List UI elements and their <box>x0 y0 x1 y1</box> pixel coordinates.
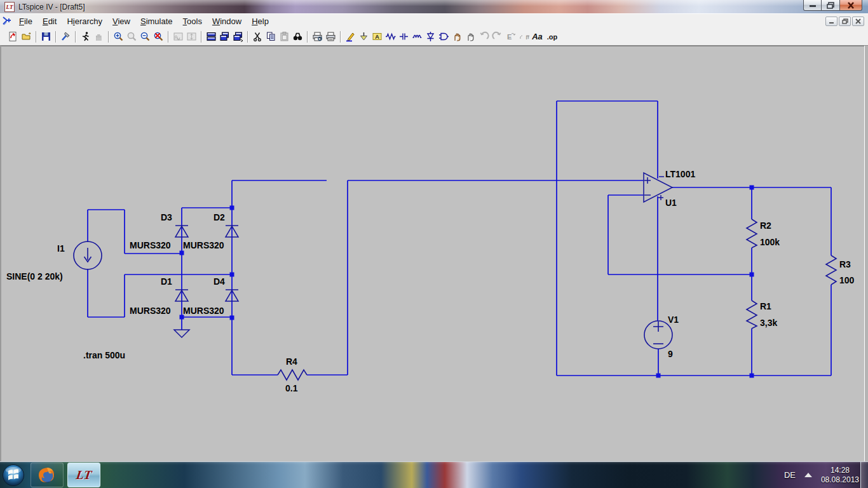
current-arrow-icon <box>85 248 92 262</box>
label-d4: D4 <box>214 276 225 287</box>
schematic-labels: I1 SINE(0 2 20k) D3 D2 MURS320 MURS320 D… <box>6 169 855 393</box>
label-d1-model: MURS320 <box>130 306 171 316</box>
toolbar-separator <box>75 31 76 43</box>
component-v1[interactable] <box>644 321 672 349</box>
net-label-button[interactable]: A <box>370 30 384 44</box>
place-ground-button[interactable] <box>357 30 370 44</box>
ltspice-icon: LT <box>75 468 92 482</box>
open-button[interactable] <box>20 30 33 44</box>
menu-help[interactable]: Help <box>247 15 274 28</box>
autorange-button[interactable] <box>185 30 198 44</box>
plus-terminal-icon <box>653 322 663 332</box>
component-r1[interactable] <box>747 301 757 329</box>
place-inductor-button[interactable] <box>410 30 424 44</box>
place-capacitor-button[interactable] <box>397 30 410 44</box>
zoom-back-button[interactable] <box>125 30 139 44</box>
svg-text:A: A <box>375 34 379 40</box>
window-border <box>864 46 868 462</box>
taskbar: LT DE 14:28 08.08.2013 <box>0 462 868 488</box>
label-d2: D2 <box>214 212 225 222</box>
component-r2[interactable] <box>747 219 757 248</box>
label-r4: R4 <box>286 356 297 367</box>
minimize-icon <box>809 3 817 8</box>
label-u1-model: LT1001 <box>665 169 695 179</box>
save-button[interactable] <box>39 30 53 44</box>
print-button[interactable] <box>324 30 337 44</box>
mdi-close-button[interactable] <box>852 17 864 26</box>
label-u1: U1 <box>665 198 677 208</box>
rotate-button[interactable]: E <box>517 30 531 44</box>
mdi-minimize-button[interactable] <box>825 17 837 26</box>
place-diode-button[interactable] <box>424 30 437 44</box>
halt-button[interactable] <box>92 30 105 44</box>
place-component-button[interactable] <box>437 30 451 44</box>
label-r2-value: 100k <box>760 237 780 247</box>
toolbar-separator <box>108 31 109 43</box>
place-resistor-button[interactable] <box>384 30 397 44</box>
show-hidden-icons-button[interactable] <box>804 473 812 477</box>
label-d4-model: MURS320 <box>183 306 224 316</box>
label-r3-value: 100 <box>839 275 855 285</box>
taskbar-firefox-button[interactable] <box>31 463 64 487</box>
taskbar-ltspice-button[interactable]: LT <box>67 463 100 487</box>
menu-file[interactable]: File <box>14 15 37 28</box>
toolbar-separator <box>55 31 57 43</box>
start-button[interactable] <box>0 463 27 487</box>
label-i1: I1 <box>57 243 65 254</box>
system-tray: DE 14:28 08.08.2013 <box>784 462 859 488</box>
copy-button[interactable] <box>264 30 278 44</box>
new-schematic-button[interactable] <box>6 30 20 44</box>
toolbar-separator <box>247 31 248 43</box>
mirror-button[interactable]: E <box>504 30 517 44</box>
waveform-pane-button[interactable] <box>172 30 185 44</box>
menu-simulate[interactable]: Simulate <box>135 15 178 28</box>
restore-button[interactable] <box>822 0 839 11</box>
cut-button[interactable] <box>251 30 264 44</box>
print-preview-button[interactable] <box>311 30 324 44</box>
spice-directive-button[interactable]: .op <box>544 30 560 44</box>
control-panel-button[interactable] <box>59 30 72 44</box>
show-desktop-button[interactable] <box>860 462 868 488</box>
opamp-vplus-pin-icon <box>658 195 663 200</box>
language-indicator[interactable]: DE <box>784 470 796 480</box>
run-button[interactable] <box>79 30 92 44</box>
app-icon[interactable]: LT <box>4 2 15 12</box>
menu-edit[interactable]: Edit <box>37 15 62 28</box>
menu-hierarchy[interactable]: Hierarchy <box>62 15 107 28</box>
ground-symbol[interactable] <box>174 330 189 337</box>
label-directive: .tran 500u <box>83 350 125 360</box>
drag-button[interactable] <box>464 30 477 44</box>
clock[interactable]: 14:28 08.08.2013 <box>821 466 859 485</box>
component-r4[interactable] <box>278 370 307 380</box>
component-i1[interactable] <box>74 241 102 269</box>
label-d3: D3 <box>161 212 172 222</box>
schematic-canvas[interactable]: I1 SINE(0 2 20k) D3 D2 MURS320 MURS320 D… <box>0 46 868 462</box>
menu-bar: File Edit Hierarchy View Simulate Tools … <box>0 13 868 28</box>
mdi-restore-button[interactable] <box>839 17 851 26</box>
close-icon <box>847 2 855 9</box>
zoom-in-button[interactable] <box>112 30 125 44</box>
place-text-button[interactable]: Aa <box>531 30 544 44</box>
spice-directive-label: .op <box>547 33 558 41</box>
redo-button[interactable] <box>491 30 504 44</box>
toolbar-separator <box>36 31 37 43</box>
close-button[interactable] <box>839 0 862 11</box>
cascade-windows-button[interactable] <box>218 30 231 44</box>
text-tool-label: Aa <box>532 32 543 41</box>
zoom-full-extents-button[interactable] <box>152 30 165 44</box>
draw-wire-button[interactable] <box>344 30 357 44</box>
menu-window[interactable]: Window <box>207 15 247 28</box>
paste-button[interactable] <box>278 30 291 44</box>
find-button[interactable] <box>291 30 304 44</box>
label-r4-value: 0.1 <box>285 383 298 393</box>
zoom-out-button[interactable] <box>139 30 152 44</box>
label-r3: R3 <box>839 259 851 269</box>
move-button[interactable] <box>451 30 464 44</box>
menu-tools[interactable]: Tools <box>178 15 207 28</box>
minimize-button[interactable] <box>803 0 822 11</box>
tile-vertical-button[interactable] <box>231 30 245 44</box>
component-r3[interactable] <box>826 255 836 285</box>
tile-horizontal-button[interactable] <box>205 30 218 44</box>
undo-button[interactable] <box>477 30 491 44</box>
menu-view[interactable]: View <box>107 15 135 28</box>
